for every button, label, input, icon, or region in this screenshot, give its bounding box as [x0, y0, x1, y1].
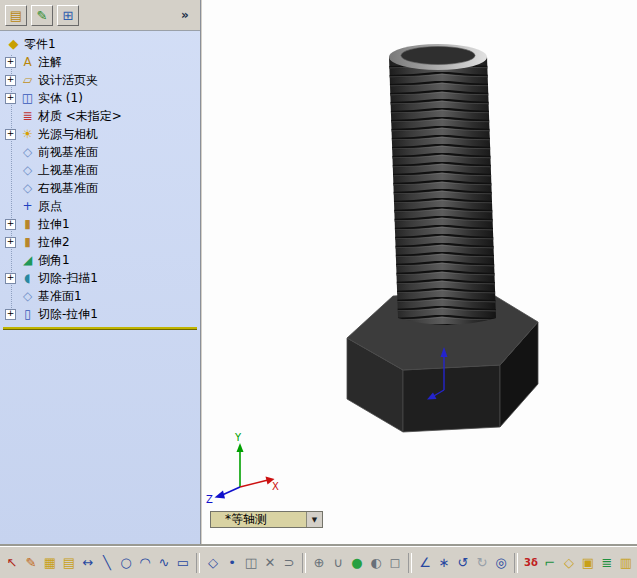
tree-item-label: 拉伸1	[38, 216, 70, 233]
tree-item-material[interactable]: ≣材质 <未指定>	[0, 107, 200, 125]
undo-icon[interactable]: ↺	[454, 553, 472, 572]
tree-item-label: 倒角1	[38, 252, 70, 269]
propertymanager-icon: ✎	[37, 8, 48, 23]
convert-entities-glyph: ⊕	[314, 556, 325, 569]
circle-icon[interactable]: ○	[117, 553, 135, 572]
offset-glyph: ⊃	[284, 556, 295, 569]
arc-glyph: ◠	[139, 556, 150, 569]
solid-bodies-icon: ◫	[20, 92, 35, 104]
featuremanager-tab[interactable]: ▤	[5, 5, 27, 26]
shaded-view-icon[interactable]: ◐	[367, 553, 385, 572]
tree-item-label: 材质 <未指定>	[38, 108, 122, 125]
expand-toggle[interactable]: +	[5, 93, 16, 104]
tree-item-top-plane[interactable]: ◇上视基准面	[0, 161, 200, 179]
tree-item-label: 上视基准面	[38, 162, 98, 179]
constraint-icon[interactable]: ∠	[416, 553, 434, 572]
dimension-glyph: ↔	[83, 556, 94, 569]
tree-item-label: 切除-扫描1	[38, 270, 98, 287]
line-glyph: ╲	[103, 556, 111, 569]
configurationmanager-tab[interactable]: ⊞	[57, 5, 79, 26]
render-sphere-icon[interactable]: ●	[348, 553, 366, 572]
trim-icon[interactable]: ✕	[261, 553, 279, 572]
undo-glyph: ↺	[458, 556, 469, 569]
arc-icon[interactable]: ◠	[136, 553, 154, 572]
bottom-toolbar: ↖✎▦▤↔╲○◠∿▭◇•◫✕⊃⊕∪●◐◻∠∗↺↻◎3δ⌐◇▣≣▥	[0, 546, 637, 578]
expand-toggle[interactable]: +	[5, 75, 16, 86]
tree-item-design-binder[interactable]: +▱设计活页夹	[0, 71, 200, 89]
redo-icon[interactable]: ↻	[473, 553, 491, 572]
mirror-icon[interactable]: ◫	[242, 553, 260, 572]
grid-icon[interactable]: ▦	[41, 553, 59, 572]
view-orientation-combo[interactable]: *等轴测 ▼	[210, 511, 323, 528]
circle-glyph: ○	[120, 556, 131, 569]
tree-item-front-plane[interactable]: ◇前视基准面	[0, 143, 200, 161]
part-3d-view[interactable]: Y X Z	[202, 0, 637, 546]
boss-extrude-icon: ▮	[20, 218, 35, 230]
tree-root-part1[interactable]: ◆ 零件1	[0, 35, 200, 53]
material-icon: ≣	[20, 110, 35, 122]
tree-item-chamfer1[interactable]: ◢倒角1	[0, 251, 200, 269]
shaded-view-glyph: ◐	[370, 556, 381, 569]
tree-item-lights-cameras[interactable]: +☀光源与相机	[0, 125, 200, 143]
graphics-viewport[interactable]: Y X Z *等轴测 ▼	[202, 0, 637, 546]
design-binder-icon: ▱	[20, 74, 35, 86]
tree-item-solid-bodies[interactable]: +◫实体 (1)	[0, 89, 200, 107]
corner-rectangle-icon[interactable]: ⌐	[541, 553, 559, 572]
sketch-glyph: ✎	[26, 556, 37, 569]
cube-tool-icon[interactable]: ▣	[579, 553, 597, 572]
chamfer-icon: ◢	[20, 254, 35, 266]
tree-item-cut-sweep1[interactable]: +◖切除-扫描1	[0, 269, 200, 287]
spline-icon[interactable]: ∿	[155, 553, 173, 572]
tree-item-origin[interactable]: +原点	[0, 197, 200, 215]
wireframe-view-glyph: ◻	[390, 556, 401, 569]
triad-x-label: X	[272, 481, 279, 492]
sketch-icon[interactable]: ✎	[22, 553, 40, 572]
block-icon[interactable]: ▥	[617, 553, 635, 572]
tree-item-extrude2[interactable]: +▮拉伸2	[0, 233, 200, 251]
note-icon[interactable]: ▤	[60, 553, 78, 572]
panel-expand-button[interactable]: »	[175, 6, 195, 25]
rectangle-icon[interactable]: ▭	[174, 553, 192, 572]
expand-toggle[interactable]: +	[5, 219, 16, 230]
wireframe-view-icon[interactable]: ◻	[386, 553, 404, 572]
expand-toggle[interactable]: +	[5, 237, 16, 248]
dimension-icon[interactable]: ↔	[79, 553, 97, 572]
tree-item-right-plane[interactable]: ◇右视基准面	[0, 179, 200, 197]
smart-dimension-icon[interactable]: ∗	[435, 553, 453, 572]
point-icon[interactable]: •	[223, 553, 241, 572]
tree-item-plane1[interactable]: ◇基准面1	[0, 287, 200, 305]
toolbar-separator	[408, 553, 412, 573]
line-icon[interactable]: ╲	[98, 553, 116, 572]
rollback-bar[interactable]	[3, 327, 197, 330]
combo-dropdown-button[interactable]: ▼	[306, 512, 322, 527]
plane-tool-glyph: ◇	[564, 556, 574, 569]
select-arrow-icon[interactable]: ↖	[3, 553, 21, 572]
render-sphere-glyph: ●	[351, 556, 362, 569]
fillet-icon[interactable]: ∪	[329, 553, 347, 572]
zoom-icon[interactable]: ◎	[492, 553, 510, 572]
convert-entities-icon[interactable]: ⊕	[310, 553, 328, 572]
plane-tool-icon[interactable]: ◇	[560, 553, 578, 572]
toolbar-separator	[196, 553, 200, 573]
tree-item-label: 设计活页夹	[38, 72, 98, 89]
offset-icon[interactable]: ⊃	[280, 553, 298, 572]
part-icon: ◆	[6, 38, 21, 50]
tree-item-label: 光源与相机	[38, 126, 98, 143]
polygon-icon[interactable]: ◇	[204, 553, 222, 572]
layers-glyph: ≣	[602, 556, 613, 569]
panel-toolbar: ▤✎⊞ »	[0, 0, 200, 31]
propertymanager-tab[interactable]: ✎	[31, 5, 53, 26]
expand-toggle[interactable]: +	[5, 309, 16, 320]
bolt-shaft	[382, 44, 504, 326]
expand-toggle[interactable]: +	[5, 129, 16, 140]
origin-icon: +	[20, 200, 35, 212]
expand-toggle[interactable]: +	[5, 57, 16, 68]
tree-item-cut-extrude1[interactable]: +▯切除-拉伸1	[0, 305, 200, 323]
expand-toggle[interactable]: +	[5, 273, 16, 284]
tree-item-extrude1[interactable]: +▮拉伸1	[0, 215, 200, 233]
orientation-triad: Y X Z	[206, 432, 279, 505]
layers-icon[interactable]: ≣	[598, 553, 616, 572]
3d-dimension-icon[interactable]: 3δ	[522, 553, 540, 572]
triad-z-label: Z	[206, 494, 213, 505]
tree-item-annotations[interactable]: +A注解	[0, 53, 200, 71]
